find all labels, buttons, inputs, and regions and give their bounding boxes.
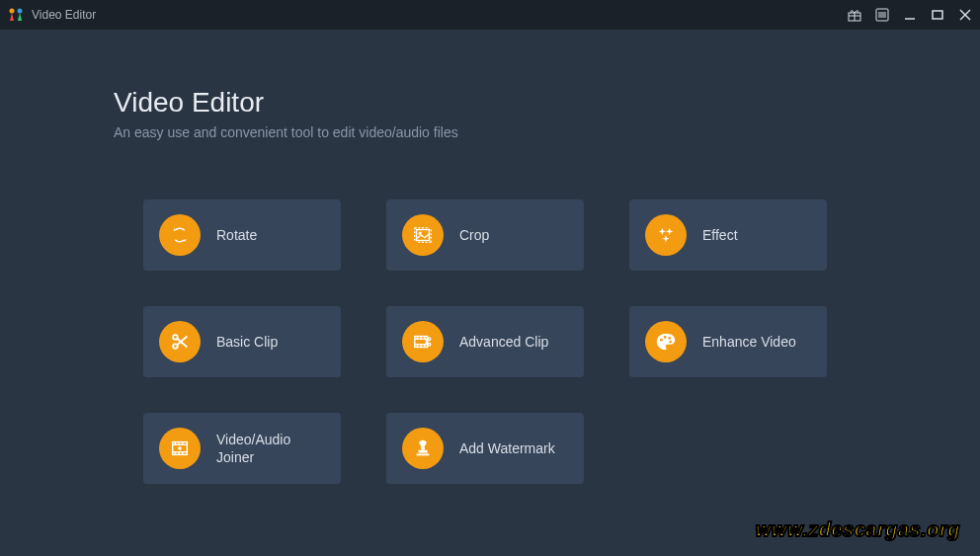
- svg-point-1: [18, 9, 23, 14]
- rotate-button[interactable]: Rotate: [143, 199, 341, 271]
- palette-icon: [645, 321, 687, 362]
- menu-list-icon[interactable]: [875, 8, 889, 22]
- watermark-label: Add Watermark: [459, 439, 555, 457]
- svg-point-14: [419, 232, 421, 234]
- advanced-clip-button[interactable]: Advanced Clip: [386, 306, 584, 377]
- svg-rect-48: [418, 450, 427, 453]
- titlebar-title: Video Editor: [32, 8, 96, 22]
- svg-rect-10: [933, 11, 942, 19]
- film-scissors-icon: [402, 321, 444, 362]
- joiner-label: Video/Audio Joiner: [216, 431, 325, 466]
- maximize-icon[interactable]: [931, 8, 944, 22]
- enhance-video-button[interactable]: Enhance Video: [629, 306, 827, 377]
- enhance-video-label: Enhance Video: [702, 333, 796, 351]
- watermark-text: www.zdescargas.org: [756, 518, 960, 541]
- page-subtitle: An easy use and convenient tool to edit …: [114, 124, 881, 140]
- titlebar-controls: [848, 8, 972, 22]
- stamp-icon: [402, 428, 444, 469]
- svg-point-32: [660, 339, 663, 342]
- film-joiner-icon: [159, 428, 201, 469]
- titlebar: Video Editor: [0, 0, 980, 30]
- effect-button[interactable]: Effect: [629, 199, 827, 271]
- svg-rect-47: [417, 454, 430, 456]
- close-icon[interactable]: [958, 8, 972, 22]
- svg-point-0: [10, 9, 15, 14]
- titlebar-left: Video Editor: [8, 7, 96, 23]
- page-title: Video Editor: [114, 87, 881, 119]
- advanced-clip-label: Advanced Clip: [459, 333, 548, 351]
- svg-point-16: [173, 344, 178, 349]
- basic-clip-button[interactable]: Basic Clip: [143, 306, 341, 377]
- rotate-icon: [159, 214, 201, 256]
- watermark-button[interactable]: Add Watermark: [386, 413, 584, 484]
- effect-icon: [645, 214, 687, 256]
- main-content: Video Editor An easy use and convenient …: [0, 30, 980, 484]
- crop-icon: [402, 214, 444, 256]
- minimize-icon[interactable]: [903, 8, 917, 22]
- crop-button[interactable]: Crop: [386, 199, 584, 271]
- tools-grid: Rotate Crop Effect: [143, 199, 881, 484]
- effect-label: Effect: [702, 226, 738, 244]
- scissors-icon: [159, 321, 201, 362]
- gift-icon[interactable]: [848, 8, 861, 22]
- app-logo-icon: [8, 7, 24, 23]
- svg-point-33: [664, 336, 667, 339]
- svg-point-35: [669, 341, 672, 344]
- basic-clip-label: Basic Clip: [216, 333, 278, 351]
- rotate-label: Rotate: [216, 226, 257, 244]
- joiner-button[interactable]: Video/Audio Joiner: [143, 413, 341, 484]
- svg-point-15: [173, 335, 178, 340]
- crop-label: Crop: [459, 226, 489, 244]
- svg-point-34: [668, 337, 671, 340]
